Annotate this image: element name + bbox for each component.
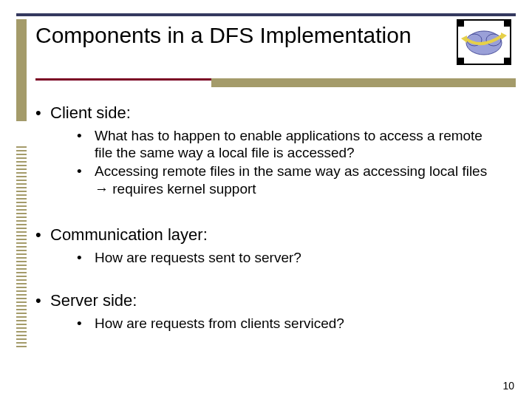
sub-bullet: Accessing remote files in the same way a…	[75, 163, 495, 197]
title-underline	[35, 78, 213, 81]
section-heading: Communication layer:	[34, 225, 502, 245]
sub-bullet-group: How are requests from clients serviced?	[34, 315, 502, 332]
sub-bullet-group: What has to happen to enable application…	[34, 127, 502, 197]
cloud-icon	[458, 21, 510, 64]
sub-bullet: What has to happen to enable application…	[75, 127, 495, 161]
content-area: Client side:What has to happen to enable…	[34, 96, 502, 369]
slide-title: Components in a DFS Implementation	[35, 22, 420, 48]
section-heading: Server side:	[34, 291, 502, 310]
title-band	[211, 78, 516, 87]
sub-bullet: How are requests sent to server?	[75, 249, 495, 266]
side-decoration	[16, 19, 27, 347]
svg-marker-4	[461, 35, 467, 43]
page-number: 10	[502, 380, 514, 392]
svg-marker-3	[501, 33, 507, 40]
sub-bullet: How are requests from clients serviced?	[75, 315, 495, 332]
sub-bullet-group: How are requests sent to server?	[34, 249, 502, 266]
top-accent-bar	[16, 13, 516, 16]
corner-logo	[457, 19, 511, 65]
section-heading: Client side:	[34, 103, 502, 123]
title-block: Components in a DFS Implementation	[35, 22, 420, 48]
